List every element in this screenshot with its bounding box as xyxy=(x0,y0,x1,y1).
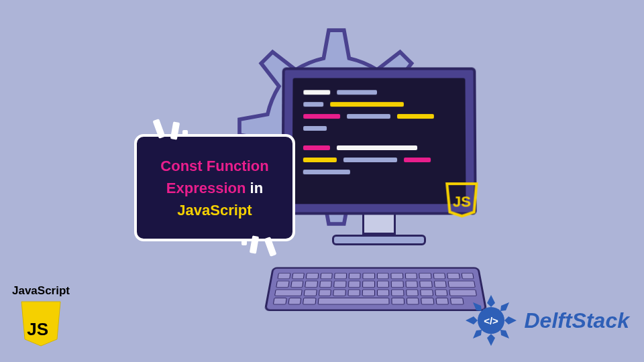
title-line2b: in xyxy=(246,180,263,196)
delftstack-rosette-icon: </> xyxy=(464,294,518,347)
monitor-illustration: JS xyxy=(282,67,476,245)
javascript-logo: JavaScript JS xyxy=(12,284,70,350)
delftstack-text: DelftStack xyxy=(525,308,630,333)
javascript-logo-label: JavaScript xyxy=(12,284,70,298)
delftstack-glyph: </> xyxy=(484,315,498,326)
js-badge-text: JS xyxy=(453,193,471,210)
title-line3: JavaScript xyxy=(177,202,252,219)
js-shield-icon: JS xyxy=(20,300,62,347)
title-line2a: Expression xyxy=(166,180,246,196)
js-badge-icon: JS xyxy=(443,181,481,219)
delftstack-logo: </> DelftStack xyxy=(464,294,630,347)
code-screen xyxy=(292,78,466,204)
title-card: Const Function Expression in JavaScript xyxy=(134,134,295,241)
keyboard-illustration xyxy=(264,267,488,311)
js-shield-text: JS xyxy=(27,319,48,339)
title-line1: Const Function xyxy=(160,158,268,174)
